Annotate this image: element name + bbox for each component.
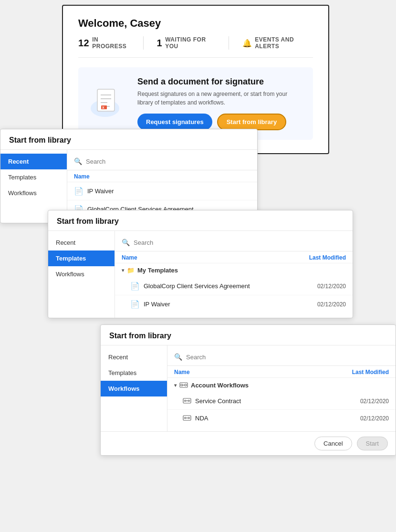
stat-alerts: 🔔 EVENTS AND ALERTS (242, 36, 313, 50)
list-item[interactable]: 📄 IP Waiver (67, 182, 257, 200)
folder-name: My Templates (137, 267, 178, 274)
doc-icon: 📄 (130, 300, 140, 309)
sidebar-item-workflows[interactable]: Workflows (48, 266, 115, 282)
stat-waiting: 1 WAITING FOR YOU (157, 36, 215, 50)
search-input[interactable] (86, 158, 250, 165)
send-doc-desc: Request signatures on a new agreement, o… (137, 90, 303, 107)
col-modified: Last Modified (309, 254, 346, 261)
stat-in-progress: 12 IN PROGRESS (78, 36, 130, 50)
stat-waiting-num: 1 (157, 38, 163, 49)
sidebar-item-recent[interactable]: Recent (0, 154, 67, 169)
search-icon: 🔍 (122, 239, 130, 246)
panel-workflows: Start from library Recent Templates Work… (100, 324, 396, 456)
panel-templates-title: Start from library (57, 217, 344, 226)
doc-icon: 📄 (130, 282, 140, 291)
stat-in-progress-num: 12 (78, 38, 89, 49)
send-doc-text: Send a document for signature Request si… (137, 77, 303, 130)
folder-name: Account Workflows (191, 382, 249, 389)
col-headers: Name (67, 170, 257, 182)
list-item[interactable]: Service Contract 02/12/2020 (167, 393, 396, 410)
panel-templates-content: 🔍 Name Last Modified ▾ 📁 My Templates 📄 … (115, 231, 353, 318)
panel-workflows-header: Start from library (101, 325, 396, 345)
workflow-icon (183, 414, 191, 422)
doc-icon: 📄 (74, 187, 83, 196)
item-date: 02/12/2020 (317, 301, 346, 308)
stat-divider-1 (143, 36, 144, 50)
start-from-library-button[interactable]: Start from library (217, 114, 286, 130)
list-item[interactable]: 📄 IP Waiver 02/12/2020 (115, 295, 353, 313)
panel-workflows-content: 🔍 Name Last Modified ▾ Account Workflo (167, 345, 396, 431)
panel-templates-header: Start from library (48, 210, 353, 231)
welcome-title: Welcome, Casey (78, 17, 313, 30)
panel-workflows-body: Recent Templates Workflows 🔍 Name Last M… (101, 345, 396, 431)
sidebar-item-recent[interactable]: Recent (48, 235, 115, 250)
item-name: GlobalCorp Client Services Agreement (144, 282, 313, 290)
cancel-button[interactable]: Cancel (314, 437, 352, 450)
folder-row: ▾ 📁 My Templates (115, 263, 353, 277)
btn-row: Request signatures Start from library (137, 114, 303, 130)
sidebar-item-workflows[interactable]: Workflows (101, 381, 167, 396)
sidebar-item-workflows[interactable]: Workflows (0, 185, 67, 201)
chevron-icon: ▾ (122, 268, 124, 273)
svg-point-14 (188, 400, 190, 402)
stat-waiting-label: WAITING FOR YOU (165, 36, 215, 50)
bell-icon: 🔔 (242, 39, 252, 48)
search-row: 🔍 (115, 236, 353, 251)
col-name: Name (122, 254, 137, 261)
item-name: IP Waiver (144, 301, 313, 308)
panel-templates-sidebar: Recent Templates Workflows (48, 231, 115, 318)
search-input[interactable] (186, 354, 389, 361)
item-date: 02/12/2020 (317, 283, 346, 290)
panel-workflows-sidebar: Recent Templates Workflows (101, 345, 167, 431)
folder-row: ▾ Account Workflows (167, 378, 396, 393)
folder-icon (179, 381, 188, 389)
col-headers: Name Last Modified (115, 251, 353, 263)
panel-templates-body: Recent Templates Workflows 🔍 Name Last M… (48, 231, 353, 318)
col-name: Name (74, 173, 90, 180)
svg-point-13 (185, 400, 186, 402)
panel-templates: Start from library Recent Templates Work… (48, 210, 353, 318)
sidebar-item-templates[interactable]: Templates (101, 365, 167, 381)
svg-point-18 (188, 417, 190, 419)
sidebar-item-templates[interactable]: Templates (0, 169, 67, 185)
col-name: Name (174, 369, 190, 376)
search-icon: 🔍 (174, 353, 182, 361)
folder-icon: 📁 (127, 267, 135, 274)
panel-recent: Start from library Recent Templates Work… (0, 129, 258, 223)
start-button[interactable]: Start (357, 437, 388, 450)
search-input[interactable] (134, 239, 346, 246)
col-headers: Name Last Modified (167, 366, 396, 378)
sidebar-item-recent[interactable]: Recent (101, 349, 167, 365)
stats-row: 12 IN PROGRESS 1 WAITING FOR YOU 🔔 EVENT… (78, 36, 313, 58)
panel-workflows-title: Start from library (109, 332, 387, 340)
search-icon: 🔍 (74, 157, 82, 165)
col-modified: Last Modified (352, 369, 389, 376)
stat-in-progress-label: IN PROGRESS (92, 36, 129, 50)
item-name: IP Waiver (87, 188, 250, 195)
chevron-icon: ▾ (174, 383, 177, 388)
doc-illustration: X (88, 84, 126, 123)
svg-point-17 (185, 417, 186, 419)
item-date: 02/12/2020 (360, 415, 389, 422)
svg-point-10 (185, 384, 187, 386)
svg-text:X: X (102, 106, 104, 109)
list-item[interactable]: 📄 GlobalCorp Client Services Agreement 0… (115, 277, 353, 295)
stat-alerts-label: EVENTS AND ALERTS (255, 36, 313, 50)
panel-footer: Cancel Start (101, 431, 396, 455)
send-doc-heading: Send a document for signature (137, 77, 303, 87)
item-name: NDA (195, 415, 356, 422)
item-date: 02/12/2020 (360, 398, 389, 405)
workflow-icon (183, 397, 191, 405)
list-item[interactable]: NDA 02/12/2020 (167, 410, 396, 427)
panel-recent-header: Start from library (0, 129, 257, 150)
search-row: 🔍 (167, 350, 396, 366)
item-name: Service Contract (195, 397, 356, 405)
stat-divider-2 (229, 36, 229, 50)
search-row: 🔍 (67, 155, 257, 170)
sidebar-item-templates[interactable]: Templates (48, 250, 115, 266)
svg-point-9 (181, 384, 183, 386)
panel-recent-title: Start from library (9, 136, 249, 145)
request-signatures-button[interactable]: Request signatures (137, 114, 212, 130)
